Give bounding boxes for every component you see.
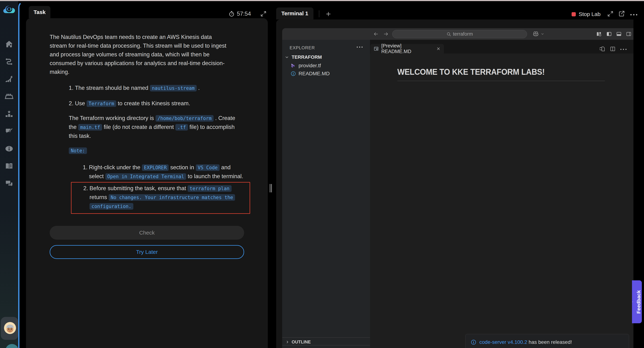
ellipsis-icon	[630, 13, 638, 16]
release-text: has been released!	[527, 339, 572, 345]
task-intro: The Nautilus DevOps team needs to create…	[50, 33, 227, 76]
customize-layout-button[interactable]	[596, 31, 602, 37]
split-editor-button[interactable]	[610, 46, 616, 52]
preview-heading: WELCOME TO KKE TERRAFORM LABS!	[397, 67, 545, 77]
code-server-release-link[interactable]: code-server v4.100.2	[479, 339, 527, 345]
chevron-right-icon	[286, 340, 290, 344]
layout-panel-icon	[616, 31, 622, 37]
file-readme-md[interactable]: README.MD	[290, 71, 330, 76]
preview-readme-tab[interactable]: [Preview] README.MD	[370, 44, 444, 53]
chevron-down-icon	[541, 32, 544, 36]
task-subitem-1: 1. Right-click under the EXPLORER sectio…	[83, 163, 244, 181]
terminal-tab-label: Terminal 1	[282, 10, 308, 16]
toggle-primary-sidebar-button[interactable]	[606, 31, 612, 37]
explorer-more-button[interactable]	[356, 46, 363, 48]
vscode-window: terraform EXPLORER	[282, 28, 634, 348]
command-center-search[interactable]: terraform	[392, 30, 527, 38]
release-notification: code-server v4.100.2 has been released!	[465, 334, 629, 348]
stopwatch-icon	[228, 11, 235, 17]
highlight-annotation-box: 2. Before submitting the task, ensure th…	[71, 182, 250, 214]
folder-terraform[interactable]: TERRAFORM	[285, 54, 322, 60]
toggle-secondary-sidebar-button[interactable]	[626, 31, 632, 37]
task-tab[interactable]: Task	[29, 6, 50, 18]
copilot-icon	[532, 30, 539, 37]
sidebar-item-schedule[interactable]	[5, 92, 14, 101]
search-icon	[446, 32, 451, 36]
arrow-right-icon	[383, 31, 389, 37]
nav-forward-button[interactable]	[383, 31, 389, 37]
file-provider-tf[interactable]: provider.tf	[290, 63, 321, 68]
plus-icon	[325, 11, 332, 17]
panel-resize-handle[interactable]	[270, 184, 272, 192]
nav-back-button[interactable]	[373, 31, 378, 37]
ellipsis-icon	[620, 48, 627, 50]
timeline-section-header[interactable]: TIMELINE	[286, 347, 312, 348]
open-book-icon	[5, 162, 14, 171]
external-link-icon	[618, 10, 625, 17]
split-editor-icon	[610, 46, 616, 52]
expand-workspace-button[interactable]	[607, 10, 614, 17]
task-detail: The Terraform working directory is /home…	[69, 114, 241, 140]
info-icon	[5, 144, 14, 153]
sidebar-item-leaderboard[interactable]	[5, 109, 14, 118]
try-later-button[interactable]: Try Later	[50, 245, 244, 259]
editor-tabbar: [Preview] README.MD	[370, 40, 634, 53]
layout-sidebar-left-icon	[606, 31, 612, 37]
sidebar-item-progress[interactable]	[5, 74, 14, 83]
section-divider	[282, 345, 370, 346]
heading-rule	[397, 81, 605, 81]
explorer-sidebar: EXPLORER TERRAFORM provider.tf README.MD…	[282, 40, 370, 348]
markdown-preview-icon	[374, 46, 379, 51]
stop-square-icon	[572, 12, 576, 16]
terraform-file-icon	[290, 63, 296, 68]
feedback-button[interactable]: Feedback	[632, 280, 642, 323]
info-file-icon	[290, 71, 296, 76]
close-icon[interactable]	[436, 46, 440, 51]
open-changes-icon	[600, 46, 606, 52]
sidebar-item-community[interactable]	[5, 179, 14, 188]
assistant-bubble[interactable]	[6, 344, 18, 348]
calendar-icon	[5, 92, 14, 101]
tab-divider	[319, 10, 319, 17]
timer-value: 57:54	[237, 10, 251, 17]
note-label: Note:	[69, 146, 244, 155]
copilot-menu-button[interactable]	[532, 30, 544, 37]
chat-edit-icon	[5, 127, 14, 136]
sparkle-icon	[630, 301, 636, 302]
stop-lab-label: Stop Lab	[579, 11, 600, 17]
terminal-tab[interactable]: Terminal 1	[276, 7, 314, 19]
home-icon	[5, 40, 14, 48]
expand-task-button[interactable]	[260, 10, 267, 17]
outline-section-header[interactable]: OUTLINE	[286, 340, 311, 345]
layout-sidebar-right-icon	[626, 31, 632, 37]
kodekloud-logo	[2, 4, 16, 15]
chevron-expanded-icon	[285, 55, 289, 59]
profile-avatar[interactable]	[1, 317, 18, 340]
stop-lab-button[interactable]: Stop Lab	[570, 10, 602, 18]
task-subitem-2: 2. Before submitting the task, ensure th…	[83, 184, 247, 211]
explorer-title: EXPLORER	[290, 45, 315, 50]
expand-icon	[260, 10, 267, 17]
more-options-button[interactable]	[630, 13, 638, 16]
new-terminal-button[interactable]	[325, 11, 332, 17]
lab-timer: 57:54	[228, 9, 251, 18]
editor-more-button[interactable]	[620, 48, 627, 50]
task-tab-label: Task	[34, 9, 46, 15]
sidebar-item-write-review[interactable]	[5, 127, 14, 136]
open-new-window-button[interactable]	[618, 10, 625, 17]
route-icon	[5, 57, 14, 66]
task-panel: The Nautilus DevOps team needs to create…	[26, 18, 268, 348]
avatar-image	[4, 322, 16, 334]
sidebar-item-home[interactable]	[5, 40, 14, 48]
sidebar-item-info[interactable]	[5, 144, 14, 153]
forum-icon	[5, 179, 14, 188]
leaderboard-icon	[5, 109, 14, 118]
arrow-left-icon	[373, 31, 378, 37]
growth-chart-icon	[5, 74, 14, 83]
customize-layout-icon	[596, 31, 602, 37]
open-changes-button[interactable]	[600, 46, 606, 52]
check-button[interactable]: Check	[50, 226, 244, 240]
sidebar-item-docs[interactable]	[5, 162, 14, 171]
sidebar-item-learning-path[interactable]	[5, 57, 14, 66]
toggle-panel-button[interactable]	[616, 31, 622, 37]
